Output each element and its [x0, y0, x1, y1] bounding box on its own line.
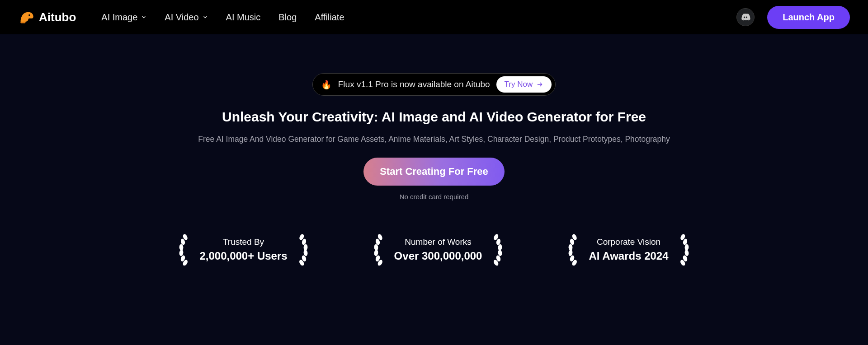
svg-point-4 [179, 249, 184, 256]
laurel-icon [492, 234, 508, 266]
svg-point-28 [568, 249, 573, 256]
svg-point-21 [498, 244, 502, 251]
svg-point-9 [303, 244, 308, 251]
hero-section: 🔥 Flux v1.1 Pro is now available on Aitu… [0, 34, 868, 266]
stat-label: Number of Works [394, 237, 482, 247]
top-header: Aitubo AI Image AI Video AI Music Blog A… [0, 0, 868, 34]
brand-logo[interactable]: Aitubo [18, 9, 76, 25]
svg-point-15 [374, 244, 378, 251]
laurel-icon [562, 234, 579, 266]
svg-point-0 [28, 14, 30, 16]
main-nav: AI Image AI Video AI Music Blog Affiliat… [101, 12, 344, 23]
nav-ai-image[interactable]: AI Image [101, 12, 146, 23]
promo-text: Flux v1.1 Pro is now available on Aitubo [338, 79, 490, 89]
launch-app-button[interactable]: Launch App [767, 6, 850, 29]
svg-point-33 [684, 244, 689, 251]
nav-blog[interactable]: Blog [278, 12, 297, 23]
hero-title: Unleash Your Creativity: AI Image and AI… [222, 109, 646, 125]
stat-corporate-vision: Corporate Vision AI Awards 2024 [562, 234, 694, 266]
nav-ai-music[interactable]: AI Music [226, 12, 261, 23]
stat-value: Over 300,000,000 [394, 250, 482, 262]
svg-point-10 [303, 249, 308, 256]
discord-icon [741, 12, 750, 22]
nav-label: Blog [278, 12, 297, 23]
stat-value: 2,000,000+ Users [199, 250, 287, 262]
no-credit-note: No credit card required [400, 193, 469, 200]
try-now-label: Try Now [505, 80, 533, 89]
stat-number-of-works: Number of Works Over 300,000,000 [368, 234, 509, 266]
laurel-icon [368, 234, 384, 266]
nav-affiliate[interactable]: Affiliate [315, 12, 344, 23]
svg-point-22 [498, 249, 503, 256]
laurel-icon [297, 234, 314, 266]
laurel-icon [679, 234, 695, 266]
chevron-down-icon [141, 14, 146, 20]
fire-icon: 🔥 [321, 79, 332, 90]
nav-label: AI Video [165, 12, 198, 23]
laurel-icon [173, 234, 189, 266]
svg-point-16 [373, 249, 378, 256]
brand-name: Aitubo [39, 10, 76, 24]
promo-banner: 🔥 Flux v1.1 Pro is now available on Aitu… [312, 73, 556, 96]
nav-label: Affiliate [315, 12, 344, 23]
nav-label: AI Image [101, 12, 137, 23]
svg-point-34 [684, 249, 689, 256]
hero-subtitle: Free AI Image And Video Generator for Ga… [198, 135, 670, 144]
stat-value: AI Awards 2024 [589, 250, 668, 262]
discord-button[interactable] [736, 8, 755, 26]
stats-row: Trusted By 2,000,000+ Users [173, 234, 694, 266]
arrow-right-icon [536, 81, 543, 88]
stat-label: Trusted By [199, 237, 287, 247]
try-now-button[interactable]: Try Now [496, 76, 552, 93]
start-creating-button[interactable]: Start Creating For Free [363, 158, 505, 186]
nav-ai-video[interactable]: AI Video [165, 12, 208, 23]
stat-trusted-by: Trusted By 2,000,000+ Users [173, 234, 313, 266]
svg-point-3 [179, 244, 184, 251]
nav-label: AI Music [226, 12, 261, 23]
chevron-down-icon [203, 14, 208, 20]
svg-point-27 [568, 244, 573, 251]
stat-label: Corporate Vision [589, 237, 668, 247]
logo-icon [18, 9, 34, 25]
